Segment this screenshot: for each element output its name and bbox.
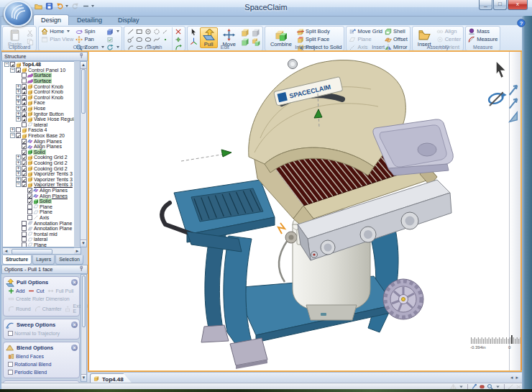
toolbar-more-button[interactable]	[82, 2, 94, 10]
combine-button[interactable]: Combine	[267, 27, 295, 48]
panel-tab-structure[interactable]: Structure	[2, 255, 32, 265]
insert-button[interactable]: Insert	[415, 27, 434, 48]
mass-button[interactable]: Mass	[468, 27, 497, 35]
sketch-ellipse-button[interactable]	[144, 35, 152, 43]
tree-item[interactable]: Annotation Plane	[3, 220, 74, 226]
option-rotational-blend[interactable]: Rotational Blend	[8, 362, 51, 367]
visibility-checkbox[interactable]	[22, 221, 27, 226]
visibility-checkbox[interactable]	[22, 237, 27, 242]
tree-item[interactable]: +Cooking Grid 2	[3, 160, 74, 166]
scroll-thumb[interactable]	[82, 275, 86, 327]
visibility-checkbox[interactable]	[22, 106, 27, 111]
combine-small-button[interactable]	[252, 37, 260, 45]
visibility-checkbox[interactable]	[16, 68, 21, 73]
home-button[interactable]: Home	[41, 27, 73, 35]
tree-expander[interactable]: +	[16, 106, 21, 111]
structure-horizontal-scrollbar[interactable]: ◄ ►	[2, 247, 81, 255]
sketch-circle-button[interactable]	[144, 27, 152, 35]
close-button[interactable]: x	[508, 0, 528, 10]
scroll-down-icon[interactable]: ▼	[81, 374, 86, 381]
tree-item[interactable]: Solid	[3, 150, 74, 155]
visibility-checkbox[interactable]	[22, 226, 27, 231]
tree-item[interactable]: Axis	[3, 215, 74, 221]
sketch-rect-button[interactable]	[135, 27, 144, 35]
split-face-button[interactable]: Split Face	[297, 35, 341, 43]
options-section-header[interactable]: Pull Options×	[6, 278, 77, 286]
scroll-right-icon[interactable]: ►	[74, 248, 81, 254]
open-file-button[interactable]	[35, 2, 42, 10]
wheel[interactable]	[383, 279, 423, 319]
spin-tool-guide-icon[interactable]	[486, 88, 508, 112]
ribbon-tab-design[interactable]: Design	[33, 14, 69, 25]
tree-item[interactable]: +Vaporizer Tents 3	[3, 176, 74, 182]
tree-expander[interactable]: +	[16, 160, 21, 165]
tree-item[interactable]: +Ignitor Button	[3, 111, 74, 117]
design-viewport[interactable]: SPACECLAIM	[89, 52, 520, 370]
tree-item[interactable]: +Face	[3, 100, 74, 106]
minimize-button[interactable]: _	[479, 0, 492, 10]
tree-expander[interactable]: −	[4, 62, 9, 67]
tree-item[interactable]: Surface	[3, 78, 74, 84]
pull-button[interactable]: Pull	[200, 27, 218, 48]
fill-button[interactable]	[241, 28, 249, 36]
visibility-checkbox[interactable]	[22, 122, 27, 127]
undo-button[interactable]	[56, 2, 68, 10]
pan-button[interactable]: Pan	[75, 35, 104, 43]
panel-tab-selection[interactable]: Selection	[55, 255, 83, 265]
tree-item[interactable]: +Control Knob	[3, 95, 74, 101]
help-icon[interactable]: ?	[517, 19, 526, 27]
visibility-checkbox[interactable]	[22, 242, 27, 247]
visibility-checkbox[interactable]	[27, 188, 32, 193]
tree-item[interactable]: −Control Panel 10	[3, 68, 74, 73]
option-checkbox[interactable]	[8, 370, 13, 375]
move-grid-button[interactable]: Move Grid	[349, 27, 382, 35]
tree-item[interactable]: Plane	[3, 242, 74, 247]
scroll-thumb[interactable]	[81, 69, 86, 114]
tab-scroll-arrows[interactable]: ◂ ▸	[510, 375, 519, 380]
tree-item[interactable]: +Vaporizer Tents 3	[3, 171, 74, 177]
sketch-spline-button[interactable]	[152, 35, 161, 43]
tree-item[interactable]: +Valve Hose Regulator	[3, 117, 74, 122]
visibility-checkbox[interactable]	[22, 232, 27, 237]
collapse-section-icon[interactable]: ×	[71, 345, 78, 351]
option-cut[interactable]: Cut	[28, 288, 44, 294]
viewcube-button[interactable]	[106, 27, 119, 35]
measure-button[interactable]: Measure	[468, 35, 497, 43]
visibility-checkbox[interactable]	[27, 209, 32, 214]
select-button[interactable]	[190, 28, 198, 36]
tree-item[interactable]: +Control Knob	[3, 89, 74, 95]
options-scrollbar[interactable]: ▼	[81, 274, 87, 382]
tree-item[interactable]: Align Planes	[3, 144, 74, 150]
visibility-checkbox[interactable]	[22, 111, 27, 117]
visibility-checkbox[interactable]	[22, 150, 27, 155]
visibility-checkbox[interactable]	[22, 166, 27, 171]
visibility-checkbox[interactable]	[22, 73, 27, 78]
offset-button[interactable]: Offset	[385, 35, 408, 43]
tree-item[interactable]: frontal mid	[3, 231, 74, 237]
visibility-checkbox[interactable]	[22, 171, 27, 176]
visibility-checkbox[interactable]	[22, 177, 27, 182]
scroll-thumb[interactable]	[12, 249, 52, 255]
visibility-checkbox[interactable]	[22, 144, 27, 149]
scroll-down-icon[interactable]: ▼	[81, 240, 86, 247]
triad-button[interactable]	[190, 37, 198, 45]
sketch-split-curve-button[interactable]	[174, 35, 183, 43]
structure-vertical-scrollbar[interactable]: ▲ ▼	[80, 61, 87, 247]
pull-tool-guide-arrows[interactable]	[508, 83, 519, 127]
visibility-checkbox[interactable]	[16, 127, 21, 132]
tree-item[interactable]: Annotation Plane	[3, 226, 74, 232]
tree-item[interactable]: +Control Knob	[3, 83, 74, 89]
sketch-trim-button[interactable]	[174, 27, 183, 35]
sketch-roundrect-button[interactable]	[135, 35, 144, 43]
options-section-header[interactable]: Blend Options×	[6, 344, 77, 352]
option-blend-faces[interactable]: Blend Faces	[8, 353, 44, 360]
move-button[interactable]: Move	[220, 27, 239, 48]
ribbon-tab-detailing[interactable]: Detailing	[69, 14, 110, 25]
visibility-checkbox[interactable]	[22, 182, 27, 187]
left-side-shelf[interactable]	[162, 180, 275, 252]
tree-item[interactable]: Align Planes	[3, 138, 74, 144]
tree-item[interactable]: +Hose	[3, 106, 74, 111]
visibility-checkbox[interactable]	[22, 78, 27, 83]
scroll-up-icon[interactable]: ▲	[81, 62, 86, 69]
visibility-checkbox[interactable]	[22, 117, 27, 122]
